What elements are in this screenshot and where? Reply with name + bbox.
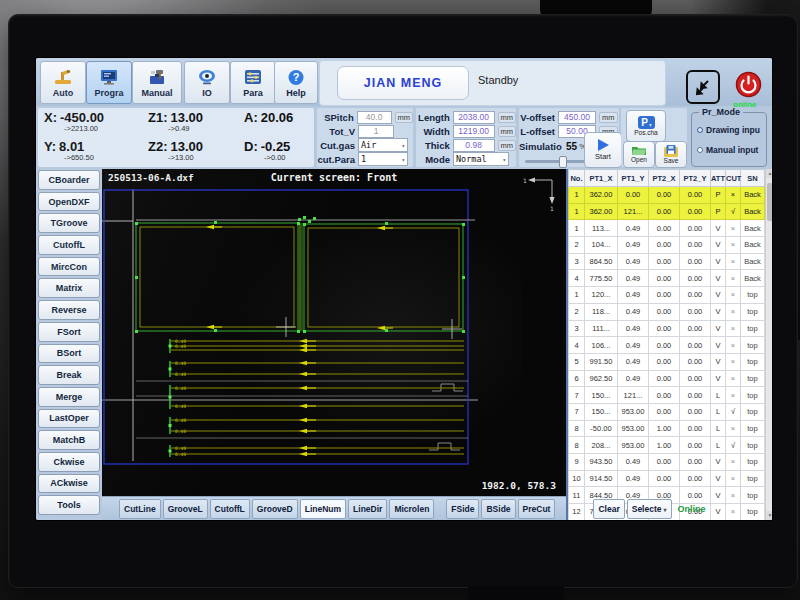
clear-button[interactable]: Clear: [593, 499, 624, 519]
scroll-up-icon[interactable]: ▲: [766, 169, 772, 178]
sidebar-item-tools[interactable]: Tools: [38, 495, 100, 515]
cell-pt2y: 0.00: [680, 187, 711, 204]
totv-field[interactable]: 1: [358, 125, 394, 138]
cad-drawing[interactable]: 1 1 0.490.490.490.490.490.490.490.490.49…: [102, 169, 566, 496]
table-row[interactable]: 7150...953.000.000.00L√top: [569, 403, 765, 420]
thick-field[interactable]: 0.98: [453, 139, 495, 152]
table-row[interactable]: 2104...0.490.000.00V×Back: [569, 237, 765, 254]
thick-unit: mm: [498, 140, 517, 151]
width-field[interactable]: 1219.00: [453, 125, 495, 138]
sidebar-item-ackwise[interactable]: ACkwise: [38, 474, 100, 494]
bottom-btn-linenum[interactable]: LineNum: [300, 499, 346, 519]
cell-no: 8: [569, 437, 585, 454]
cad-canvas[interactable]: 1 1 0.490.490.490.490.490.490.490.490.49…: [102, 169, 566, 496]
sidebar-item-cutoffl[interactable]: CutoffL: [38, 235, 100, 255]
sidebar-item-cboarder[interactable]: CBoarder: [38, 170, 100, 190]
sidebar-item-ckwise[interactable]: Ckwise: [38, 452, 100, 472]
spitch-unit: mm: [395, 112, 414, 123]
start-button[interactable]: Start: [584, 132, 622, 168]
auto-button[interactable]: Auto: [40, 61, 86, 104]
mode-option-manual[interactable]: Manual input: [697, 145, 758, 155]
coord-x-target: ->2213.00: [64, 124, 148, 133]
table-scrollbar[interactable]: ▲ ▼: [765, 169, 772, 520]
mode-option-drawing[interactable]: Drawing inpu: [697, 125, 760, 135]
coord-y-value: 8.01: [59, 139, 84, 154]
cell-pt2y: 0.00: [680, 487, 711, 504]
io-button[interactable]: IO: [184, 61, 230, 104]
bottom-btn-microlen[interactable]: Microlen: [389, 499, 434, 519]
table-row[interactable]: 1113...0.490.000.00V×Back: [569, 220, 765, 237]
sidebar-item-opendxf[interactable]: OpenDXF: [38, 192, 100, 212]
restore-window-button[interactable]: [686, 70, 720, 104]
table-row[interactable]: 1362.000.000.000.00P×Back: [569, 187, 765, 204]
table-row[interactable]: 4106...0.490.000.00V×top: [569, 337, 765, 354]
cell-no: 3: [569, 320, 585, 337]
bottom-btn-grooved[interactable]: GrooveD: [252, 499, 298, 519]
spitch-field[interactable]: 40.0: [357, 111, 392, 124]
table-row[interactable]: 4775.500.490.000.00V×Back: [569, 270, 765, 287]
parameter-bar: X:-450.00 ->2213.00 Z1:13.00 ->0.49 A:20…: [36, 106, 772, 169]
cutgas-select[interactable]: Air▾: [358, 138, 408, 152]
program-button[interactable]: Progra: [86, 61, 132, 104]
select-dropdown-button[interactable]: Selecte ▾: [627, 499, 672, 519]
table-row[interactable]: 9943.500.490.000.00V×top: [569, 454, 765, 471]
cell-pt2x: 0.00: [649, 270, 680, 287]
bottom-btn-precut[interactable]: PreCut: [518, 499, 556, 519]
bottom-btn-groovel[interactable]: GrooveL: [163, 499, 208, 519]
table-row[interactable]: 3111...0.490.000.00V×top: [569, 320, 765, 337]
sidebar-item-matchb[interactable]: MatchB: [38, 430, 100, 450]
machine-title-button[interactable]: JIAN MENG: [337, 66, 469, 100]
scroll-thumb[interactable]: [767, 183, 772, 221]
sidebar-item-matrix[interactable]: Matrix: [38, 278, 100, 298]
table-row[interactable]: 5991.500.490.000.00V×top: [569, 353, 765, 370]
manual-button[interactable]: Manual: [132, 61, 182, 104]
voffset-field[interactable]: 450.00: [558, 111, 596, 124]
bottom-btn-cutoffl[interactable]: CutoffL: [210, 499, 250, 519]
para-button[interactable]: Para: [230, 61, 276, 104]
table-row[interactable]: 6962.500.490.000.00V×top: [569, 370, 765, 387]
cell-att: V: [711, 253, 726, 270]
table-row[interactable]: 1120...0.490.000.00V×top: [569, 287, 765, 304]
sidebar-item-break[interactable]: Break: [38, 365, 100, 385]
monitor-bezel: Auto Progra Manual IO: [8, 14, 798, 588]
length-field[interactable]: 2038.00: [453, 111, 495, 124]
bottom-btn-cutline[interactable]: CutLine: [119, 499, 161, 519]
sidebar-item-lastoper[interactable]: LastOper: [38, 409, 100, 429]
bottom-btn-fside[interactable]: FSide: [446, 499, 479, 519]
power-button[interactable]: [735, 71, 762, 98]
simulation-slider[interactable]: [525, 156, 587, 166]
monitor-stand: [468, 586, 564, 600]
table-row[interactable]: 2118...0.490.000.00V×top: [569, 303, 765, 320]
cell-att: V: [711, 353, 726, 370]
table-row[interactable]: 10914.500.490.000.00V×top: [569, 470, 765, 487]
mode-select[interactable]: Normal▾: [453, 152, 509, 166]
sidebar-item-merge[interactable]: Merge: [38, 387, 100, 407]
table-row[interactable]: 1362.00121...0.000.00P√Back: [569, 203, 765, 220]
sidebar-item-tgroove[interactable]: TGroove: [38, 213, 100, 233]
points-table[interactable]: No.PT1_XPT1_YPT2_XPT2_YATTCUTSN 1362.000…: [568, 169, 765, 520]
table-row[interactable]: 8-50.00953.001.000.00L×top: [569, 420, 765, 437]
bottom-btn-linedir[interactable]: LineDir: [348, 499, 387, 519]
sidebar-item-mirccon[interactable]: MircCon: [38, 257, 100, 277]
cell-pt1x: 864.50: [585, 253, 618, 270]
table-row[interactable]: 3864.500.490.000.00V×Back: [569, 253, 765, 270]
table-row[interactable]: 8208...953.001.000.00L√top: [569, 437, 765, 454]
program-label: Progra: [94, 88, 123, 98]
open-button[interactable]: Open: [623, 141, 655, 168]
cutpara-select[interactable]: 1▾: [358, 152, 408, 166]
pos-change-button[interactable]: P Pos.cha: [626, 110, 666, 142]
help-button[interactable]: ? Help: [274, 61, 318, 104]
dropdown-arrow-icon: ▾: [401, 156, 405, 163]
table-row[interactable]: 7150...121...0.000.00L×top: [569, 387, 765, 404]
sidebar-item-fsort[interactable]: FSort: [38, 322, 100, 342]
bottom-btn-bside[interactable]: BSide: [481, 499, 515, 519]
cell-att: P: [711, 203, 726, 220]
save-button[interactable]: Save: [655, 141, 687, 168]
slider-thumb[interactable]: [559, 156, 567, 168]
sidebar-item-reverse[interactable]: Reverse: [38, 300, 100, 320]
cell-pt1x: 914.50: [585, 470, 618, 487]
sidebar-item-bsort[interactable]: BSort: [38, 344, 100, 364]
cell-att: V: [711, 454, 726, 471]
scroll-down-icon[interactable]: ▼: [766, 511, 772, 520]
cell-cut: ×: [726, 420, 741, 437]
